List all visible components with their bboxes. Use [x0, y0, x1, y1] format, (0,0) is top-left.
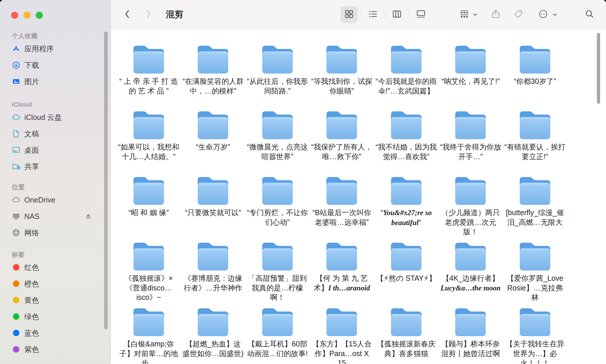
folder-item[interactable]: “You&#x27;re so beautiful”	[374, 175, 439, 240]
folder-item[interactable]: “呐艾伦，再见了!”	[439, 43, 503, 109]
sidebar-item-shared[interactable]: 共享	[0, 158, 111, 175]
folder-item[interactable]: “微微晨光，点亮这喧嚣世界”	[245, 109, 310, 175]
cloud-icon	[12, 195, 21, 204]
sidebar-item-tag-blue[interactable]: 蓝色	[0, 325, 111, 341]
folder-item[interactable]: “你都30岁了”	[503, 43, 567, 109]
chevron-left-icon	[123, 9, 131, 21]
folder-item[interactable]: 【顾与】桥本环奈混剪丨她曾活过啊	[439, 306, 503, 364]
folder-item[interactable]: “ 上 帝 亲 手 打 造 的 艺 术 品 ”	[116, 43, 181, 109]
folder-icon	[453, 240, 488, 271]
sidebar-item-nas[interactable]: NAS	[0, 208, 111, 224]
folder-item[interactable]: 【戴上耳机】60部动画混…们的故事!	[245, 306, 310, 364]
sidebar-item-desktop[interactable]: 桌面	[0, 142, 111, 158]
eject-icon[interactable]	[84, 212, 92, 220]
search-button[interactable]	[583, 6, 596, 23]
appstore-icon	[12, 44, 21, 53]
folder-item[interactable]: 【东方】【15人合作】Para…ost X 15	[310, 306, 374, 364]
folder-label: 《孤独摇滚》×《普通disco…isco》~	[118, 273, 180, 302]
toolbar-separator	[385, 10, 385, 19]
folder-label: “ 上 帝 亲 手 打 造 的 艺 术 品 ”	[118, 76, 180, 96]
folder-item[interactable]: “B站最后一次叫你老婆啦…远幸福”	[310, 175, 374, 240]
folder-item[interactable]: “专门剪烂，不让你们心动”	[245, 175, 310, 240]
sidebar-scrollbar[interactable]	[104, 31, 108, 329]
sidebar-item-downloads[interactable]: 下载	[0, 57, 111, 73]
folder-label: 《赛博朋克：边缘行者》…升华神作	[182, 273, 244, 292]
folder-item[interactable]: 《赛博朋克：边缘行者》…升华神作	[181, 240, 246, 306]
folder-icon	[260, 240, 295, 271]
gallery-view-button[interactable]	[412, 6, 429, 23]
icon-view-button[interactable]	[341, 6, 358, 23]
folder-item[interactable]: 【孤独摇滚新春庆典】喜多猫猫	[374, 306, 439, 364]
folder-icon	[260, 43, 295, 74]
folder-item[interactable]: “如果可以，我想和十几…人结婚。”	[116, 109, 181, 175]
folder-item[interactable]: 《孤独摇滚》×《普通disco…isco》~	[116, 240, 181, 306]
folder-item[interactable]: 【4K_边缘行者】Lucy&a…the moon	[439, 240, 503, 306]
sidebar-item-pictures[interactable]: 图片	[0, 73, 111, 90]
sidebar-item-tag-green[interactable]: 绿色	[0, 308, 111, 325]
folder-item[interactable]: 「高甜预警」甜到我真的是…柠檬啊！	[245, 240, 310, 306]
folder-item[interactable]: 【白银&amp;弥子】对前辈…的地步。	[116, 306, 181, 364]
folder-icon	[517, 109, 553, 139]
folder-item[interactable]: [butterfly_综漫_催泪_高燃…无限大	[503, 175, 567, 240]
group-button[interactable]	[458, 6, 471, 23]
share-icon	[491, 9, 501, 20]
sidebar-item-label: 文稿	[24, 129, 39, 139]
folder-icon	[453, 306, 488, 336]
folder-label: “B站最后一次叫你老婆啦…远幸福”	[311, 208, 373, 227]
folder-label: “生命万岁”	[182, 142, 244, 152]
sidebar-item-documents[interactable]: 文稿	[0, 125, 111, 142]
folder-item[interactable]: （少儿频道）两只老虎爱跳…次元版！	[439, 175, 503, 240]
list-view-button[interactable]	[365, 6, 382, 23]
sidebar-item-icloud-drive[interactable]: iCloud 云盘	[0, 109, 111, 125]
folder-item[interactable]: 【超燃_热血】这盛世如你…国盛世)	[181, 306, 246, 364]
folder-item[interactable]: “等我找到你，试探你眼睛”	[310, 43, 374, 109]
folder-item[interactable]: 【⚡然の STAY⚡】	[374, 240, 439, 306]
folder-icon	[131, 306, 166, 336]
sidebar-item-label: 图片	[24, 77, 39, 86]
folder-item[interactable]: “有错就要认，挨打要立正!”	[503, 109, 567, 175]
folder-item[interactable]: “在满脸笑容的人群中，…的模样”	[181, 43, 246, 109]
tags-button[interactable]	[512, 6, 525, 23]
document-icon	[12, 129, 21, 138]
folder-item[interactable]: “昭 和 姻 缘”	[116, 175, 181, 240]
more-actions-button[interactable]	[536, 6, 550, 23]
chevron-down-icon	[552, 12, 558, 17]
folder-item[interactable]: “从此往后，你我形同陌路.”	[245, 43, 310, 109]
folder-item[interactable]: “只要微笑就可以”	[181, 175, 246, 240]
column-view-button[interactable]	[388, 6, 405, 23]
forward-button[interactable]	[143, 8, 154, 21]
sidebar-item-label: 网络	[24, 228, 39, 238]
folder-label: “专门剪烂，不让你们心动”	[247, 208, 308, 227]
folder-icon	[195, 43, 231, 74]
folder-label: “You&#x27;re so beautiful”	[375, 208, 437, 227]
folder-item[interactable]: 【何 为 第 九 艺 术】I th…aranoid	[310, 240, 374, 306]
folder-icon	[389, 240, 424, 271]
folder-item[interactable]: “我保护了所有人，唯…救下你”	[310, 109, 374, 175]
folder-label: “从此往后，你我形同陌路.”	[247, 76, 308, 96]
share-button[interactable]	[489, 6, 502, 23]
sidebar-item-tag-orange[interactable]: 橙色	[0, 275, 111, 292]
sidebar-item-applications[interactable]: 应用程序	[0, 40, 111, 57]
folder-item[interactable]: “今后我就是你的雨伞!”…玄武国篇】	[374, 43, 439, 109]
sidebar-item-network[interactable]: 网络	[0, 224, 111, 241]
folder-icon	[389, 109, 424, 139]
sidebar-item-tag-yellow[interactable]: 黄色	[0, 292, 111, 308]
content-scrollbar[interactable]	[597, 33, 600, 104]
sidebar-item-label: 蓝色	[24, 328, 39, 338]
folder-item[interactable]: “我不结婚，因为我觉得…喜欢我”	[374, 109, 439, 175]
folder-item[interactable]: “我终于舍得为你放开手…”	[439, 109, 503, 175]
folder-label: “我终于舍得为你放开手…”	[440, 142, 501, 161]
sidebar-item-label: 绿色	[24, 312, 39, 322]
sidebar-item-onedrive[interactable]: OneDrive	[0, 192, 111, 208]
folder-item[interactable]: “生命万岁”	[181, 109, 246, 175]
folder-item[interactable]: 【关于我转生在异世界为…】必火！！！	[503, 306, 567, 364]
back-button[interactable]	[121, 8, 133, 21]
fullscreen-window-button[interactable]	[36, 12, 43, 19]
minimize-window-button[interactable]	[23, 12, 31, 19]
folder-item[interactable]: 【爱你罗茜_Love Rosie】…克拉弗林	[503, 240, 567, 306]
chevron-right-icon	[145, 9, 152, 21]
sidebar-item-tag-purple[interactable]: 紫色	[0, 341, 111, 358]
folder-icon	[453, 43, 488, 74]
close-window-button[interactable]	[11, 12, 18, 19]
sidebar-item-tag-red[interactable]: 红色	[0, 259, 111, 275]
